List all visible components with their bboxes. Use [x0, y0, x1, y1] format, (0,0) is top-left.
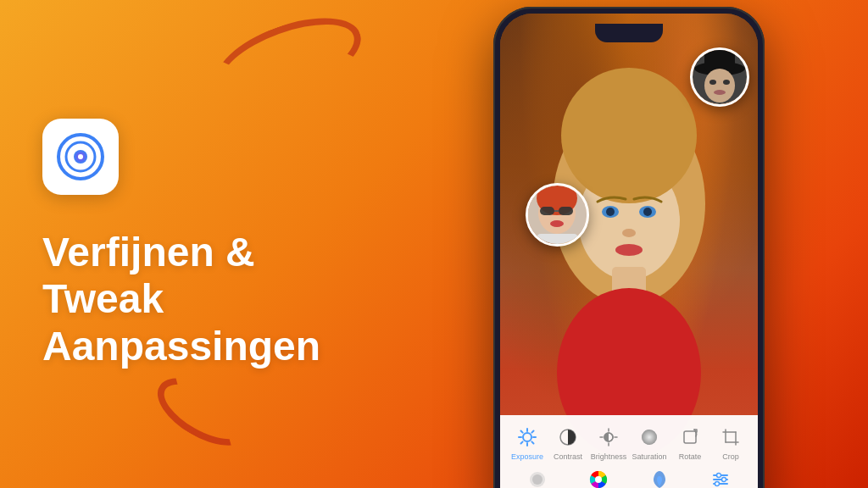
contrast-control[interactable]: Contrast	[549, 425, 587, 461]
adjust-icon	[648, 468, 671, 488]
svg-point-6	[561, 68, 697, 203]
exposure-label: Exposure	[511, 452, 543, 461]
svg-point-63	[715, 482, 720, 486]
svg-point-57	[595, 476, 602, 483]
app-background: Verfijnen & Tweak Aanpassingen	[0, 0, 868, 488]
adjust-control[interactable]	[641, 468, 678, 488]
svg-point-29	[714, 90, 726, 95]
crop-control[interactable]: Crop	[712, 425, 749, 461]
rotate-control[interactable]: Rotate	[671, 425, 709, 461]
crop-label: Crop	[722, 452, 739, 461]
mini-photo-hat	[690, 47, 749, 107]
svg-rect-18	[540, 207, 554, 215]
svg-point-27	[709, 80, 716, 85]
svg-point-13	[622, 229, 636, 237]
svg-point-12	[643, 208, 652, 216]
color-control[interactable]	[580, 468, 617, 488]
photo-controls-panel: Exposure	[500, 415, 758, 488]
exposure-control[interactable]: Exposure	[509, 425, 546, 461]
svg-point-11	[606, 208, 615, 216]
svg-point-28	[723, 80, 730, 85]
contrast-label: Contrast	[554, 452, 582, 461]
svg-line-37	[531, 431, 533, 433]
phone-photo: Exposure	[500, 14, 758, 488]
crop-icon	[719, 425, 743, 449]
phone-notch	[595, 24, 663, 42]
svg-point-48	[642, 430, 657, 445]
svg-line-35	[521, 431, 523, 433]
svg-point-62	[722, 478, 726, 482]
svg-rect-22	[537, 234, 578, 244]
controls-row-1: Exposure	[507, 425, 751, 461]
svg-point-14	[615, 244, 643, 256]
app-icon[interactable]	[42, 119, 119, 195]
svg-point-30	[523, 433, 531, 441]
controls-row-2	[507, 468, 751, 488]
brightness-control[interactable]: Brightness	[590, 425, 627, 461]
app-icon-graphic	[55, 131, 106, 182]
svg-rect-25	[704, 50, 735, 71]
sliders-control[interactable]	[702, 468, 739, 488]
svg-point-55	[532, 474, 542, 485]
headline-text: Verfijnen & Tweak Aanpassingen	[42, 229, 348, 369]
exposure-icon	[515, 425, 539, 449]
mini-photo-sunglasses	[526, 183, 589, 247]
svg-point-3	[78, 154, 83, 159]
svg-point-21	[550, 220, 564, 227]
svg-line-38	[521, 441, 523, 443]
filter-control[interactable]	[519, 468, 556, 488]
rotate-label: Rotate	[679, 452, 702, 461]
sliders-icon	[709, 468, 732, 488]
brightness-icon	[597, 425, 620, 449]
saturation-icon	[637, 425, 661, 449]
svg-point-61	[717, 474, 721, 478]
left-panel: Verfijnen & Tweak Aanpassingen	[0, 85, 390, 403]
filter-icon	[526, 468, 549, 488]
saturation-label: Saturation	[632, 452, 666, 461]
svg-line-36	[531, 441, 533, 443]
phone-screen: Exposure	[500, 14, 758, 488]
phone-outer-frame: Exposure	[493, 7, 765, 488]
brightness-label: Brightness	[591, 452, 627, 461]
headline-line2: Tweak Aanpassingen	[42, 276, 320, 368]
svg-point-26	[704, 69, 735, 103]
contrast-icon	[556, 425, 580, 449]
saturation-control[interactable]: Saturation	[631, 425, 668, 461]
rotate-icon	[678, 425, 702, 449]
phone-mockup: Exposure	[493, 7, 765, 488]
right-panel: Exposure	[390, 0, 868, 488]
svg-rect-19	[559, 207, 573, 215]
svg-rect-49	[684, 431, 696, 443]
color-wheel-icon	[587, 468, 610, 488]
headline-line1: Verfijnen &	[42, 230, 255, 274]
